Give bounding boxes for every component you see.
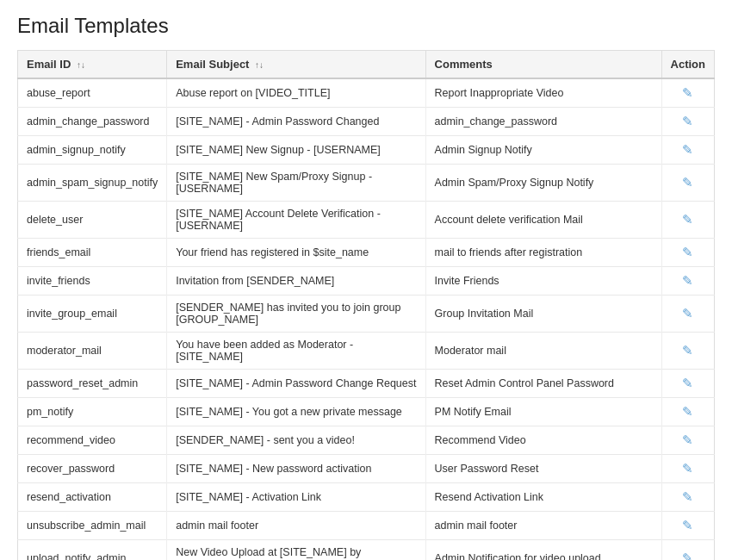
table-row: abuse_reportAbuse report on [VIDEO_TITLE…	[18, 78, 715, 108]
cell-email-subject: [SITE_NAME] - New password activation	[167, 455, 425, 483]
sort-icon-email-subject[interactable]: ↑↓	[255, 60, 264, 70]
cell-action: ✎	[661, 202, 714, 239]
cell-comments: Admin Notification for video upload	[425, 540, 661, 561]
cell-email-id: unsubscribe_admin_mail	[18, 512, 167, 540]
cell-email-subject: Your friend has registered in $site_name	[167, 239, 425, 267]
cell-email-subject: [SITE_NAME] - Admin Password Changed	[167, 108, 425, 136]
cell-email-id: password_reset_admin	[18, 370, 167, 398]
edit-button[interactable]: ✎	[680, 461, 696, 476]
column-header-email-subject: Email Subject ↑↓	[167, 51, 425, 79]
cell-email-id: moderator_mail	[18, 333, 167, 370]
cell-email-subject: [SITE_NAME] Account Delete Verification …	[167, 202, 425, 239]
table-row: pm_notify[SITE_NAME] - You got a new pri…	[18, 398, 715, 426]
cell-action: ✎	[661, 426, 714, 455]
cell-email-subject: [SITE_NAME] - Admin Password Change Requ…	[167, 370, 425, 398]
table-row: unsubscribe_admin_mailadmin mail footera…	[18, 512, 715, 540]
cell-email-subject: Abuse report on [VIDEO_TITLE]	[167, 78, 425, 108]
edit-button[interactable]: ✎	[680, 114, 696, 129]
cell-comments: Recommend Video	[425, 426, 661, 455]
cell-email-subject: [SITE_NAME] New Spam/Proxy Signup - [USE…	[167, 165, 425, 202]
cell-comments: Invite Friends	[425, 267, 661, 296]
cell-email-subject: New Video Upload at [SITE_NAME] by [USER…	[167, 540, 425, 561]
table-row: upload_notify_adminNew Video Upload at […	[18, 540, 715, 561]
cell-comments: Admin Spam/Proxy Signup Notify	[425, 165, 661, 202]
edit-button[interactable]: ✎	[680, 175, 696, 190]
sort-icon-email-id[interactable]: ↑↓	[77, 60, 85, 70]
column-header-comments: Comments	[425, 51, 661, 79]
cell-action: ✎	[661, 455, 714, 483]
table-row: moderator_mailYou have been added as Mod…	[18, 333, 715, 370]
edit-button[interactable]: ✎	[680, 245, 696, 260]
cell-email-subject: You have been added as Moderator - [SITE…	[167, 333, 425, 370]
edit-button[interactable]: ✎	[680, 212, 696, 227]
cell-action: ✎	[661, 540, 714, 561]
edit-button[interactable]: ✎	[680, 273, 696, 289]
cell-comments: PM Notify Email	[425, 398, 661, 426]
cell-comments: User Password Reset	[425, 455, 661, 483]
cell-email-id: recommend_video	[18, 426, 167, 455]
cell-comments: Reset Admin Control Panel Password	[425, 370, 661, 398]
cell-action: ✎	[661, 165, 714, 202]
edit-button[interactable]: ✎	[680, 551, 696, 560]
table-header-row: Email ID ↑↓ Email Subject ↑↓ Comments Ac…	[18, 51, 715, 79]
cell-action: ✎	[661, 136, 714, 165]
cell-email-subject: [SITE_NAME] - Activation Link	[167, 483, 425, 512]
cell-email-id: admin_signup_notify	[18, 136, 167, 165]
edit-button[interactable]: ✎	[680, 142, 696, 158]
cell-email-subject: Invitation from [SENDER_NAME]	[167, 267, 425, 296]
table-row: password_reset_admin[SITE_NAME] - Admin …	[18, 370, 715, 398]
cell-email-id: admin_change_password	[18, 108, 167, 136]
edit-button[interactable]: ✎	[680, 489, 696, 505]
cell-email-subject: admin mail footer	[167, 512, 425, 540]
cell-comments: Report Inappropriate Video	[425, 78, 661, 108]
table-row: resend_activation[SITE_NAME] - Activatio…	[18, 483, 715, 512]
cell-comments: admin_change_password	[425, 108, 661, 136]
cell-email-id: upload_notify_admin	[18, 540, 167, 561]
cell-action: ✎	[661, 512, 714, 540]
cell-action: ✎	[661, 296, 714, 333]
column-header-action: Action	[661, 51, 714, 79]
cell-email-id: invite_group_email	[18, 296, 167, 333]
table-row: friends_emailYour friend has registered …	[18, 239, 715, 267]
cell-comments: mail to friends after registration	[425, 239, 661, 267]
table-row: admin_change_password[SITE_NAME] - Admin…	[18, 108, 715, 136]
table-row: delete_user[SITE_NAME] Account Delete Ve…	[18, 202, 715, 239]
cell-action: ✎	[661, 239, 714, 267]
edit-button[interactable]: ✎	[680, 404, 696, 420]
table-row: recommend_video[SENDER_NAME] - sent you …	[18, 426, 715, 455]
edit-button[interactable]: ✎	[680, 306, 696, 321]
table-row: invite_group_email[SENDER_NAME] has invi…	[18, 296, 715, 333]
cell-email-id: pm_notify	[18, 398, 167, 426]
cell-action: ✎	[661, 370, 714, 398]
cell-email-subject: [SITE_NAME] - You got a new private mess…	[167, 398, 425, 426]
table-row: admin_signup_notify[SITE_NAME] New Signu…	[18, 136, 715, 165]
cell-action: ✎	[661, 78, 714, 108]
cell-email-id: delete_user	[18, 202, 167, 239]
cell-email-id: invite_friends	[18, 267, 167, 296]
cell-email-id: friends_email	[18, 239, 167, 267]
cell-email-id: abuse_report	[18, 78, 167, 108]
edit-button[interactable]: ✎	[680, 376, 696, 391]
edit-button[interactable]: ✎	[680, 343, 696, 358]
table-row: invite_friendsInvitation from [SENDER_NA…	[18, 267, 715, 296]
cell-comments: admin mail footer	[425, 512, 661, 540]
email-templates-table: Email ID ↑↓ Email Subject ↑↓ Comments Ac…	[17, 50, 715, 560]
cell-email-subject: [SITE_NAME] New Signup - [USERNAME]	[167, 136, 425, 165]
cell-action: ✎	[661, 483, 714, 512]
cell-comments: Moderator mail	[425, 333, 661, 370]
edit-button[interactable]: ✎	[680, 518, 696, 533]
column-header-email-id: Email ID ↑↓	[18, 51, 167, 79]
cell-email-id: recover_password	[18, 455, 167, 483]
cell-comments: Group Invitation Mail	[425, 296, 661, 333]
cell-comments: Account delete verification Mail	[425, 202, 661, 239]
cell-comments: Admin Signup Notify	[425, 136, 661, 165]
edit-button[interactable]: ✎	[680, 85, 696, 101]
cell-action: ✎	[661, 267, 714, 296]
cell-action: ✎	[661, 398, 714, 426]
cell-action: ✎	[661, 333, 714, 370]
edit-button[interactable]: ✎	[680, 432, 696, 448]
cell-email-id: resend_activation	[18, 483, 167, 512]
table-row: admin_spam_signup_notify[SITE_NAME] New …	[18, 165, 715, 202]
cell-comments: Resend Activation Link	[425, 483, 661, 512]
cell-email-subject: [SENDER_NAME] has invited you to join gr…	[167, 296, 425, 333]
